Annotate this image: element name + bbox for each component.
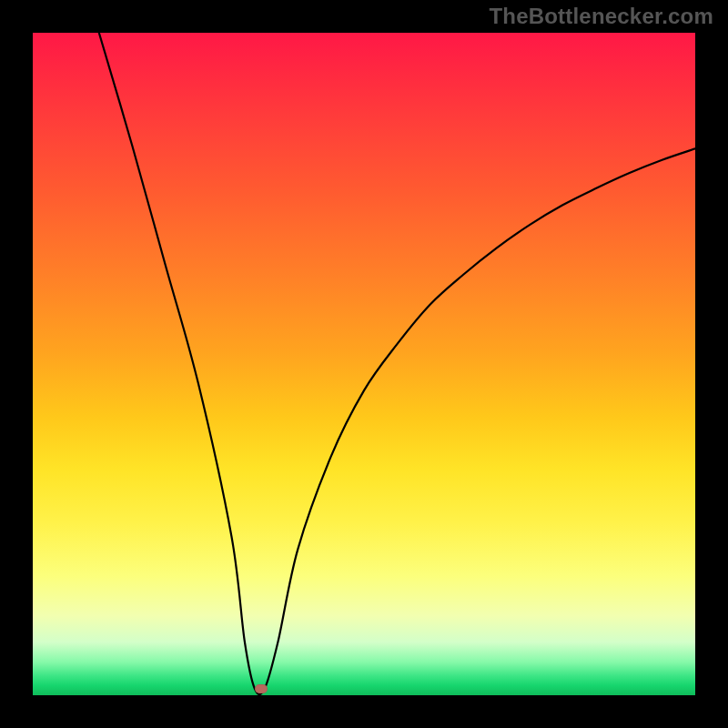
- chart-frame: TheBottlenecker.com: [0, 0, 728, 728]
- bottleneck-curve: [33, 33, 695, 695]
- attribution-text: TheBottlenecker.com: [489, 4, 713, 29]
- plot-area: [33, 33, 695, 695]
- bottleneck-minimum-marker: [255, 684, 268, 693]
